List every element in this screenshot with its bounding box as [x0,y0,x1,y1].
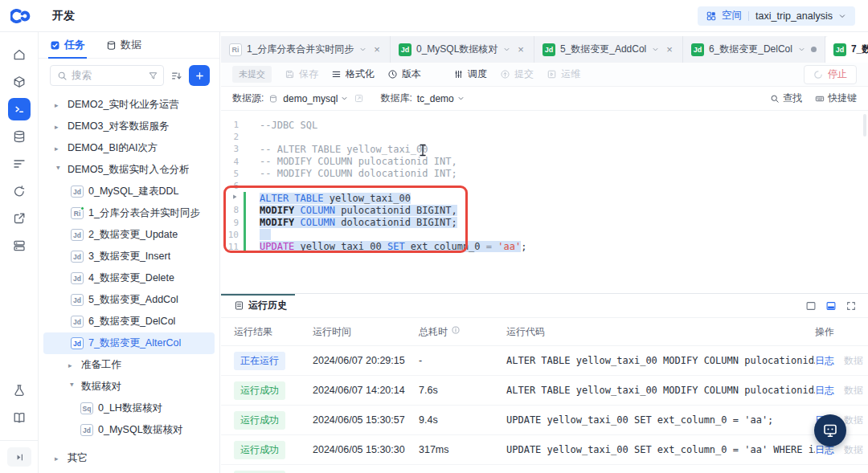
line-number: 10 [221,230,239,240]
workspace-selector[interactable]: 空间 taxi_trip_analysis [698,6,855,26]
editor-tab[interactable]: Jd6_数据变更_DelCol [683,36,825,63]
console-view-icon[interactable] [805,300,817,312]
editor-tab[interactable]: Jd0_MySQL数据核对× [391,36,534,63]
search-icon [57,71,68,81]
tree-folder-item[interactable]: ▸准备工作 [43,354,215,376]
rail-item-database[interactable] [8,125,31,148]
database-select[interactable]: tc_demo [417,93,465,104]
tree-item-label: 6_数据变更_DelCol [88,315,175,328]
rail-item-publish[interactable] [8,207,31,230]
datasource-select[interactable]: demo_mysql [283,93,349,104]
运维-button[interactable]: 运维 [547,67,580,81]
status-badge: 运行成功 [234,471,285,473]
rail-item-terminal[interactable] [8,98,31,120]
schedule-icon [453,69,464,80]
rail-item-book[interactable] [8,406,31,429]
tree-folder-item[interactable]: ▸数据核对 [43,376,215,398]
tree-folder-item[interactable]: ▸DEMO4_BI的AI次方 [43,137,215,159]
tree-folder-item[interactable]: ▸其它 [43,447,215,469]
code-cell: ALTER TABLE yellow_taxi_00 MODIFY COLUMN… [506,355,815,366]
tree-file-item[interactable]: Jd6_数据变更_DelCol [43,311,215,332]
editor-scrollbar[interactable] [863,114,866,137]
line-number: 8 [221,205,239,215]
assistant-robot-button[interactable] [814,414,846,446]
close-icon[interactable]: × [665,43,674,55]
code-text: MODIFY COLUMN pulocationid BIGINT, [246,205,457,216]
code-token: COLUMN [301,205,335,216]
collapse-panel-button[interactable] [7,447,31,467]
publish-icon [12,211,27,226]
search-input[interactable]: 搜索 [50,65,164,86]
tree-file-item[interactable]: Jd7_数据变更_AlterCol [43,332,215,354]
file-type-badge: Jd [71,186,84,198]
datasource-value: demo_mysql [283,93,338,104]
code-line: 5-- MODIFY COLUMN dolocationid INT; [221,168,868,180]
tree-folder-item[interactable]: ▸DEMO2_实时化业务运营 [43,94,215,116]
history-table-header: 运行结果运行时间总耗时运行代码操作 [221,318,868,346]
tab-data[interactable]: 数据 [106,32,141,59]
tree-file-item[interactable]: Sq0_LH数据核对 [43,398,215,419]
数据-link[interactable]: 数据 [844,384,863,398]
保存-button[interactable]: 保存 [285,67,318,81]
rail-item-monitor[interactable] [8,180,31,202]
line-number: 6 [221,181,239,191]
history-table-body: 正在运行2024/06/07 20:29:15-ALTER TABLE yell… [221,346,868,473]
tree-folder-item[interactable]: ▸DEMO3_对客数据服务 [43,116,215,137]
数据-link[interactable]: 数据 [844,414,863,427]
tree-file-item[interactable]: Jd0_MySQL_建表DDL [43,181,215,202]
版本-button[interactable]: 版本 [387,67,421,81]
new-task-button[interactable] [189,65,210,86]
button-label: 版本 [402,67,421,81]
数据-link[interactable]: 数据 [844,354,863,368]
rail-item-task-list[interactable] [8,153,31,175]
提交-button[interactable]: 提交 [500,67,534,81]
日志-link[interactable]: 日志 [815,354,834,368]
tab-tasks[interactable]: 任务 [50,32,85,59]
open-datasource-icon[interactable] [354,93,364,104]
sql-editor[interactable]: 1--JDBC SQL23-- ALTER TABLE yellow_taxi_… [221,111,868,293]
app-logo-icon[interactable] [10,9,31,23]
file-type-badge: Sq [80,402,93,414]
find-button[interactable]: 查找 [770,92,802,105]
editor-tab[interactable]: Jd5_数据变更_AddCol× [534,36,683,63]
tree-file-item[interactable]: Jd3_数据变更_Insert [43,246,215,267]
格式化-button[interactable]: 格式化 [331,67,375,81]
filter-funnel-icon[interactable] [148,71,158,81]
调度-button[interactable]: 调度 [453,67,487,81]
tab-run-history[interactable]: 运行历史 [227,299,293,312]
sort-icon[interactable] [170,70,182,82]
tree-file-item[interactable]: Jd2_数据变更_Update [43,224,215,246]
change-indicator-bar [244,131,246,143]
tree-file-item[interactable]: Jd0_MySQL数据核对 [43,419,215,441]
rail-item-resource[interactable] [8,234,31,257]
code-token: UPDATE [260,241,294,252]
code-token: SET [387,241,405,252]
file-type-badge: Jd [71,294,84,306]
time-cell: 2024/06/05 15:30:30 [313,444,419,455]
close-icon[interactable]: × [516,43,526,55]
rail-item-cube[interactable] [8,71,31,93]
column-header-label: 总耗时 [419,326,448,337]
shortcuts-button[interactable]: 快捷键 [815,92,857,105]
editor-tab[interactable]: Jd7_数据变更_AlterCol× [825,36,868,63]
tree-item-label: 5_数据变更_AddCol [88,293,178,307]
close-icon[interactable]: × [372,43,382,55]
editor-tab[interactable]: Ri1_分库分表合并实时同步× [221,36,391,63]
rail-item-experiment[interactable] [8,379,31,402]
fullscreen-icon[interactable] [845,300,857,312]
数据-link[interactable]: 数据 [844,443,863,457]
result-cell: 运行成功 [234,381,313,400]
chevron-down-icon [502,45,511,54]
日志-link[interactable]: 日志 [815,384,834,398]
panel-layout-icon[interactable] [825,300,837,312]
tree-file-item[interactable]: Jd5_数据变更_AddCol [43,289,215,311]
format-icon [331,69,342,80]
tree-file-item[interactable]: Jd4_数据变更_Delete [43,267,215,289]
chevron-down-icon [651,45,660,54]
tree-folder-item[interactable]: ▸DEMO5_数据实时入仓分析 [43,159,215,181]
top-bar: 开发 空间 taxi_trip_analysis [0,0,868,32]
stop-button[interactable]: 停止 [804,65,857,84]
tree-file-item[interactable]: Ri1_分库分表合并实时同步 [43,202,215,224]
run-line-button[interactable] [221,193,239,203]
rail-item-home[interactable] [8,43,31,66]
